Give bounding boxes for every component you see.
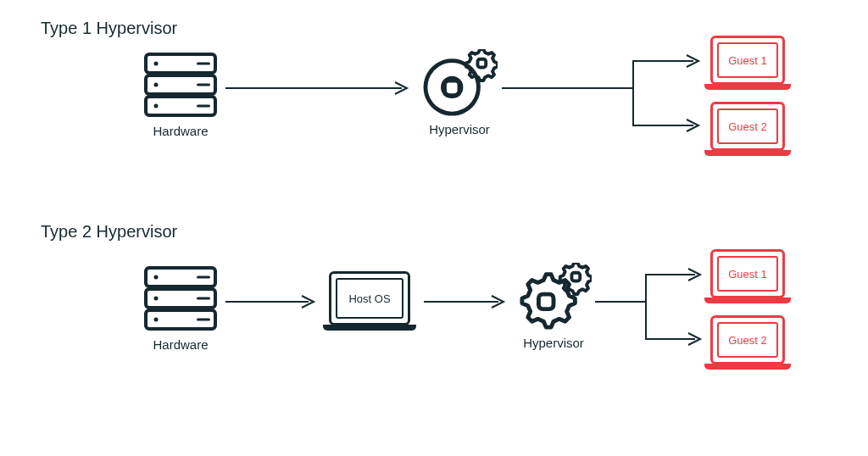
guest2-node-t2: Guest 2 bbox=[710, 315, 785, 364]
svg-point-3 bbox=[154, 62, 159, 66]
svg-rect-25 bbox=[571, 273, 580, 281]
hypervisor-label: Hypervisor bbox=[429, 122, 490, 136]
guest2-label: Guest 2 bbox=[728, 120, 767, 133]
guest1-label: Guest 1 bbox=[728, 268, 767, 281]
svg-rect-11 bbox=[477, 59, 486, 68]
hostos-label: Host OS bbox=[348, 292, 390, 305]
arrow-hostos-to-hypervisor bbox=[424, 293, 509, 310]
svg-point-20 bbox=[154, 318, 159, 322]
hardware-label: Hardware bbox=[153, 337, 208, 352]
laptop-icon: Guest 2 bbox=[710, 315, 785, 364]
svg-point-5 bbox=[154, 83, 159, 87]
hypervisor-node-type2: Hypervisor bbox=[515, 263, 592, 350]
svg-rect-24 bbox=[538, 294, 554, 309]
arrow-hypervisor-fork-t1 bbox=[502, 51, 704, 136]
svg-rect-21 bbox=[197, 319, 210, 321]
hardware-node-type1: Hardware bbox=[142, 51, 219, 138]
server-stack-icon bbox=[142, 264, 219, 332]
server-stack-icon bbox=[142, 51, 219, 119]
guest1-node-t2: Guest 1 bbox=[710, 249, 785, 298]
laptop-icon: Host OS bbox=[329, 271, 410, 325]
section-title-type1: Type 1 Hypervisor bbox=[41, 19, 177, 38]
hostos-node: Host OS bbox=[329, 271, 410, 325]
svg-rect-19 bbox=[197, 298, 210, 300]
arrow-hardware-to-hostos bbox=[225, 293, 319, 310]
hypervisor-label: Hypervisor bbox=[523, 336, 584, 350]
gear-icon bbox=[421, 49, 498, 117]
svg-rect-10 bbox=[444, 81, 459, 96]
gear-icon bbox=[515, 263, 592, 331]
arrow-hypervisor-fork-t2 bbox=[595, 264, 704, 349]
guest1-node-t1: Guest 1 bbox=[710, 36, 785, 85]
guest1-label: Guest 1 bbox=[728, 54, 767, 67]
laptop-icon: Guest 2 bbox=[710, 102, 785, 151]
svg-rect-4 bbox=[197, 63, 210, 65]
svg-point-18 bbox=[154, 297, 159, 301]
section-title-type2: Type 2 Hypervisor bbox=[41, 222, 177, 242]
svg-point-16 bbox=[154, 275, 159, 280]
svg-rect-6 bbox=[197, 84, 210, 86]
hardware-node-type2: Hardware bbox=[142, 264, 219, 352]
svg-rect-8 bbox=[197, 105, 210, 108]
svg-rect-17 bbox=[197, 276, 210, 279]
svg-point-7 bbox=[154, 104, 159, 108]
hardware-label: Hardware bbox=[153, 124, 208, 138]
guest2-label: Guest 2 bbox=[728, 334, 767, 347]
hypervisor-node-type1: Hypervisor bbox=[421, 49, 498, 136]
laptop-icon: Guest 1 bbox=[710, 36, 785, 85]
laptop-icon: Guest 1 bbox=[710, 249, 785, 298]
guest2-node-t1: Guest 2 bbox=[710, 102, 785, 151]
arrow-hardware-to-hypervisor-t1 bbox=[225, 80, 412, 97]
